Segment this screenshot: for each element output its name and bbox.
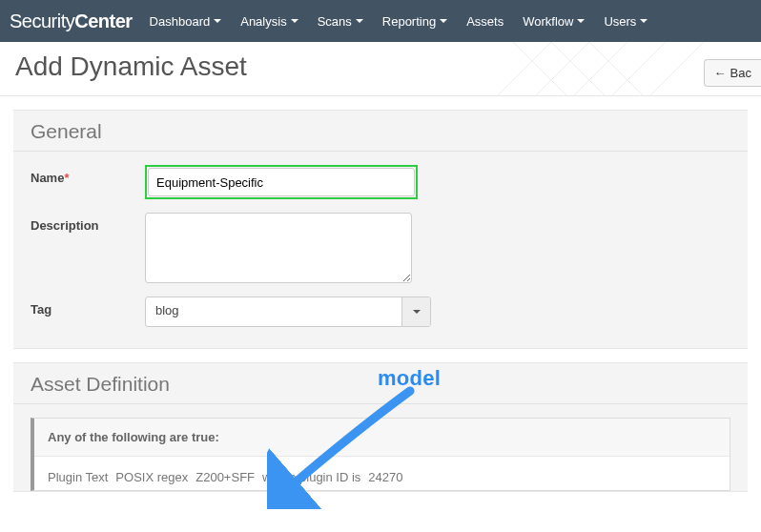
tag-label: Tag xyxy=(31,297,145,317)
rule-operator[interactable]: POSIX regex xyxy=(115,470,188,484)
nav-users-label: Users xyxy=(604,14,636,29)
nav-scans[interactable]: Scans xyxy=(318,14,363,29)
nav-reporting[interactable]: Reporting xyxy=(382,14,447,29)
rule-value[interactable]: Z200+SFF xyxy=(195,470,255,484)
rule-group: Any of the following are true: Plugin Te… xyxy=(31,418,730,491)
rule-group-header: Any of the following are true: xyxy=(34,419,730,457)
name-label-text: Name xyxy=(31,171,64,185)
nav-assets[interactable]: Assets xyxy=(466,14,504,29)
panel-asset-def-body: Any of the following are true: Plugin Te… xyxy=(13,404,748,491)
back-button-label: Bac xyxy=(730,66,751,80)
back-button[interactable]: ← Bac xyxy=(704,59,761,87)
nav-analysis-label: Analysis xyxy=(240,14,286,29)
description-label: Description xyxy=(31,213,145,233)
required-asterisk: * xyxy=(64,171,69,185)
brand-part2: Center xyxy=(74,10,132,31)
nav-dashboard[interactable]: Dashboard xyxy=(150,14,222,29)
page-header: Add Dynamic Asset ← Bac xyxy=(0,42,761,96)
rule-field[interactable]: Plugin Text xyxy=(48,470,108,484)
name-label: Name* xyxy=(31,165,145,185)
caret-down-icon xyxy=(577,19,585,23)
nav-reporting-label: Reporting xyxy=(382,14,436,29)
rule-plugin-id[interactable]: 24270 xyxy=(368,470,402,484)
top-nav: SecurityCenter Dashboard Analysis Scans … xyxy=(0,0,761,42)
caret-down-icon xyxy=(413,310,421,314)
panel-general-body: Name* Description Tag blog xyxy=(13,152,748,348)
name-input[interactable] xyxy=(148,168,415,196)
nav-assets-label: Assets xyxy=(466,14,504,29)
rule-row: Plugin Text POSIX regex Z200+SFF where p… xyxy=(34,457,730,490)
nav-workflow[interactable]: Workflow xyxy=(523,14,585,29)
nav-workflow-label: Workflow xyxy=(523,14,573,29)
panel-general-heading: General xyxy=(13,111,748,152)
nav-analysis[interactable]: Analysis xyxy=(240,14,298,29)
nav-users[interactable]: Users xyxy=(604,14,648,29)
panel-general: General Name* Description Tag blog xyxy=(13,110,748,349)
caret-down-icon xyxy=(356,19,363,23)
description-textarea[interactable] xyxy=(145,213,412,283)
row-tag: Tag blog xyxy=(31,297,730,327)
annotation-label: model xyxy=(378,366,441,391)
arrow-left-icon: ← xyxy=(714,66,727,80)
rule-where-text: where plugin ID is xyxy=(262,470,360,484)
row-description: Description xyxy=(31,213,730,283)
tag-select[interactable]: blog xyxy=(145,297,431,327)
brand-part1: Security xyxy=(10,10,74,31)
name-highlight-box xyxy=(145,165,418,199)
nav-scans-label: Scans xyxy=(318,14,352,29)
caret-down-icon xyxy=(214,19,221,23)
nav-items: Dashboard Analysis Scans Reporting Asset… xyxy=(150,14,648,29)
caret-down-icon xyxy=(440,19,447,23)
caret-down-icon xyxy=(291,19,298,23)
row-name: Name* xyxy=(31,165,730,199)
tag-select-value: blog xyxy=(146,297,401,326)
decorative-geo-lines xyxy=(494,42,723,96)
brand-logo: SecurityCenter xyxy=(10,10,133,32)
caret-down-icon xyxy=(640,19,648,23)
nav-dashboard-label: Dashboard xyxy=(150,14,211,29)
tag-select-caret[interactable] xyxy=(401,297,430,326)
